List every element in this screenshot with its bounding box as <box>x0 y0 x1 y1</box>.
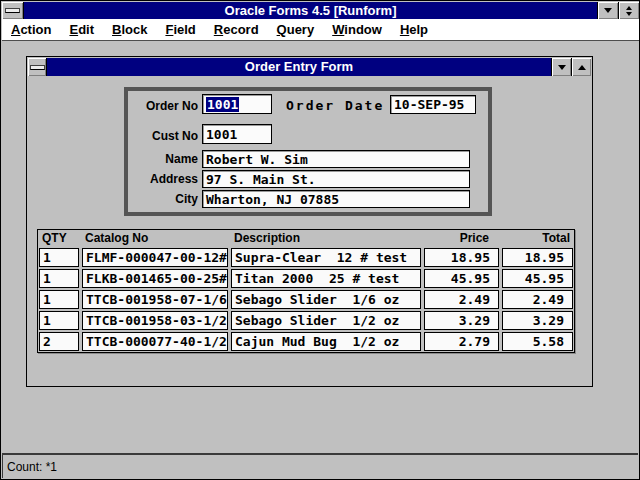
app-minimize-button[interactable] <box>597 2 618 19</box>
table-cell-r3-c4[interactable]: 2.49 <box>424 290 499 309</box>
down-arrow-icon <box>558 65 566 70</box>
items-table: QTYCatalog NoDescriptionPriceTotal1FLMF-… <box>37 229 575 353</box>
menu-item-action[interactable]: Action <box>2 20 60 40</box>
control-menu-dash-icon <box>5 8 20 13</box>
status-bar: Count: *1 <box>2 453 638 478</box>
table-cell-r5-c3[interactable]: Cajun Mud Bug 1/2 oz <box>231 332 421 351</box>
name-field[interactable]: Robert W. Sim <box>202 150 470 168</box>
items-table-grid: QTYCatalog NoDescriptionPriceTotal1FLMF-… <box>39 231 573 351</box>
table-cell-r2-c2[interactable]: FLKB-001465-00-25# <box>82 269 228 288</box>
app-control-menu-button[interactable] <box>2 2 24 19</box>
form-title: Order Entry Form <box>47 58 551 76</box>
table-cell-r2-c1[interactable]: 1 <box>39 269 79 288</box>
menu-item-block[interactable]: Block <box>103 20 156 40</box>
column-header-qty: QTY <box>39 231 79 246</box>
app-title-bar[interactable]: Oracle Forms 4.5 [Runform] <box>2 2 639 19</box>
column-header-price: Price <box>424 231 499 246</box>
table-cell-r4-c2[interactable]: TTCB-001958-03-1/2 <box>82 311 228 330</box>
app-title: Oracle Forms 4.5 [Runform] <box>24 2 597 19</box>
table-cell-r2-c3[interactable]: Titan 2000 25 # test <box>231 269 421 288</box>
table-cell-r5-c2[interactable]: TTCB-000077-40-1/2 <box>82 332 228 351</box>
app-restore-button[interactable] <box>618 2 639 19</box>
order-header-panel: Order No 1001 Order Date 10-SEP-95 Cust … <box>124 87 492 216</box>
application-window: Oracle Forms 4.5 [Runform] ActionEditBlo… <box>0 0 640 480</box>
order-no-field[interactable]: 1001 <box>202 94 272 114</box>
menu-bar: ActionEditBlockFieldRecordQueryWindowHel… <box>2 19 639 41</box>
table-cell-r4-c4[interactable]: 3.29 <box>424 311 499 330</box>
column-header-total: Total <box>502 231 573 246</box>
table-cell-r4-c5[interactable]: 3.29 <box>502 311 573 330</box>
table-cell-r3-c5[interactable]: 2.49 <box>502 290 573 309</box>
up-arrow-icon <box>626 6 632 10</box>
table-cell-r2-c4[interactable]: 45.95 <box>424 269 499 288</box>
order-entry-form-window: Order Entry Form Order No 1001 Order Dat… <box>26 56 593 387</box>
control-menu-dash-icon <box>30 65 45 70</box>
menu-item-window[interactable]: Window <box>323 20 391 40</box>
order-date-field[interactable]: 10-SEP-95 <box>390 95 476 114</box>
table-cell-r4-c1[interactable]: 1 <box>39 311 79 330</box>
form-minimize-button[interactable] <box>551 58 571 76</box>
table-cell-r3-c3[interactable]: Sebago Slider 1/6 oz <box>231 290 421 309</box>
column-header-catalog-no: Catalog No <box>82 231 228 246</box>
form-maximize-button[interactable] <box>571 58 591 76</box>
table-cell-r5-c1[interactable]: 2 <box>39 332 79 351</box>
form-control-menu-button[interactable] <box>28 58 47 76</box>
up-arrow-icon <box>578 65 586 70</box>
table-cell-r3-c2[interactable]: TTCB-001958-07-1/6 <box>82 290 228 309</box>
status-count-text: Count: *1 <box>7 460 57 474</box>
order-no-selected-text: 1001 <box>206 97 239 112</box>
cust-no-label: Cust No <box>128 126 198 146</box>
down-arrow-icon <box>626 12 632 16</box>
table-cell-r2-c5[interactable]: 45.95 <box>502 269 573 288</box>
down-arrow-icon <box>604 8 612 13</box>
form-title-bar[interactable]: Order Entry Form <box>28 58 591 76</box>
name-label: Name <box>128 150 198 168</box>
table-cell-r1-c4[interactable]: 18.95 <box>424 248 499 267</box>
table-cell-r1-c1[interactable]: 1 <box>39 248 79 267</box>
table-cell-r5-c5[interactable]: 5.58 <box>502 332 573 351</box>
city-field[interactable]: Wharton, NJ 07885 <box>202 190 470 208</box>
order-date-label: Order Date <box>286 96 384 116</box>
city-label: City <box>128 190 198 208</box>
menu-item-edit[interactable]: Edit <box>60 20 103 40</box>
menu-item-query[interactable]: Query <box>268 20 324 40</box>
cust-no-field[interactable]: 1001 <box>202 124 272 144</box>
table-cell-r5-c4[interactable]: 2.79 <box>424 332 499 351</box>
table-cell-r3-c1[interactable]: 1 <box>39 290 79 309</box>
menu-item-record[interactable]: Record <box>205 20 268 40</box>
menu-item-field[interactable]: Field <box>156 20 204 40</box>
address-field[interactable]: 97 S. Main St. <box>202 170 470 188</box>
table-cell-r1-c3[interactable]: Supra-Clear 12 # test <box>231 248 421 267</box>
order-no-label: Order No <box>128 96 198 116</box>
table-cell-r1-c5[interactable]: 18.95 <box>502 248 573 267</box>
address-label: Address <box>128 170 198 188</box>
menu-item-help[interactable]: Help <box>391 20 437 40</box>
table-cell-r4-c3[interactable]: Sebago Slider 1/2 oz <box>231 311 421 330</box>
column-header-description: Description <box>231 231 421 246</box>
table-cell-r1-c2[interactable]: FLMF-000047-00-12# <box>82 248 228 267</box>
